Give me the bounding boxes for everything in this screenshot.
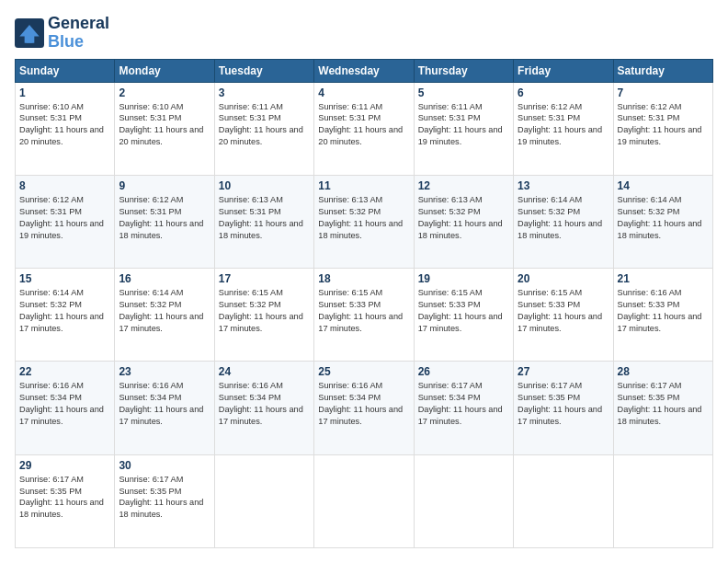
header-wednesday: Wednesday [314, 59, 414, 82]
header-monday: Monday [115, 59, 214, 82]
day-number: 14 [618, 179, 709, 192]
day-number: 10 [219, 179, 310, 192]
day-number: 19 [418, 272, 509, 285]
day-number: 25 [318, 365, 409, 378]
logo: General Blue [15, 15, 109, 52]
cell-info: Sunrise: 6:13 AMSunset: 5:31 PMDaylight:… [219, 194, 310, 242]
cell-info: Sunrise: 6:16 AMSunset: 5:34 PMDaylight:… [19, 380, 110, 428]
day-number: 24 [219, 365, 310, 378]
cell-info: Sunrise: 6:16 AMSunset: 5:33 PMDaylight:… [618, 287, 709, 335]
header-saturday: Saturday [613, 59, 712, 82]
cell-info: Sunrise: 6:15 AMSunset: 5:32 PMDaylight:… [219, 287, 310, 335]
calendar-cell: 7Sunrise: 6:12 AMSunset: 5:31 PMDaylight… [613, 82, 712, 175]
header: General Blue [15, 15, 713, 52]
calendar-cell [613, 454, 712, 547]
cell-info: Sunrise: 6:17 AMSunset: 5:34 PMDaylight:… [418, 380, 509, 428]
week-row-4: 22Sunrise: 6:16 AMSunset: 5:34 PMDayligh… [16, 362, 713, 454]
calendar-cell: 8Sunrise: 6:12 AMSunset: 5:31 PMDaylight… [16, 175, 115, 268]
calendar-cell: 20Sunrise: 6:15 AMSunset: 5:33 PMDayligh… [514, 269, 613, 362]
calendar-cell: 26Sunrise: 6:17 AMSunset: 5:34 PMDayligh… [414, 362, 513, 454]
calendar-cell [414, 454, 513, 547]
header-friday: Friday [514, 59, 613, 82]
calendar-cell: 10Sunrise: 6:13 AMSunset: 5:31 PMDayligh… [214, 175, 313, 268]
day-number: 1 [19, 86, 110, 99]
cell-info: Sunrise: 6:10 AMSunset: 5:31 PMDaylight:… [19, 101, 110, 149]
cell-info: Sunrise: 6:15 AMSunset: 5:33 PMDaylight:… [418, 287, 509, 335]
cell-info: Sunrise: 6:13 AMSunset: 5:32 PMDaylight:… [418, 194, 509, 242]
cell-info: Sunrise: 6:13 AMSunset: 5:32 PMDaylight:… [318, 194, 409, 242]
cell-info: Sunrise: 6:11 AMSunset: 5:31 PMDaylight:… [219, 101, 310, 149]
calendar-cell [514, 454, 613, 547]
day-number: 3 [219, 86, 310, 99]
cell-info: Sunrise: 6:14 AMSunset: 5:32 PMDaylight:… [518, 194, 609, 242]
calendar-cell: 29Sunrise: 6:17 AMSunset: 5:35 PMDayligh… [16, 454, 115, 547]
cell-info: Sunrise: 6:15 AMSunset: 5:33 PMDaylight:… [318, 287, 409, 335]
calendar-cell: 5Sunrise: 6:11 AMSunset: 5:31 PMDaylight… [414, 82, 513, 175]
cell-info: Sunrise: 6:16 AMSunset: 5:34 PMDaylight:… [318, 380, 409, 428]
cell-info: Sunrise: 6:17 AMSunset: 5:35 PMDaylight:… [618, 380, 709, 428]
cell-info: Sunrise: 6:16 AMSunset: 5:34 PMDaylight:… [219, 380, 310, 428]
calendar-cell: 16Sunrise: 6:14 AMSunset: 5:32 PMDayligh… [115, 269, 214, 362]
day-number: 16 [119, 272, 210, 285]
cell-info: Sunrise: 6:17 AMSunset: 5:35 PMDaylight:… [119, 474, 210, 522]
header-sunday: Sunday [16, 59, 115, 82]
logo-icon [15, 18, 44, 48]
calendar-cell: 6Sunrise: 6:12 AMSunset: 5:31 PMDaylight… [514, 82, 613, 175]
calendar-cell: 23Sunrise: 6:16 AMSunset: 5:34 PMDayligh… [115, 362, 214, 454]
calendar-cell: 15Sunrise: 6:14 AMSunset: 5:32 PMDayligh… [16, 269, 115, 362]
cell-info: Sunrise: 6:15 AMSunset: 5:33 PMDaylight:… [518, 287, 609, 335]
calendar-page: General Blue SundayMondayTuesdayWednesda… [0, 0, 728, 563]
calendar-cell: 9Sunrise: 6:12 AMSunset: 5:31 PMDaylight… [115, 175, 214, 268]
week-row-3: 15Sunrise: 6:14 AMSunset: 5:32 PMDayligh… [16, 269, 713, 362]
day-number: 6 [518, 86, 609, 99]
day-number: 26 [418, 365, 509, 378]
calendar-header-row: SundayMondayTuesdayWednesdayThursdayFrid… [16, 59, 713, 82]
week-row-1: 1Sunrise: 6:10 AMSunset: 5:31 PMDaylight… [16, 82, 713, 175]
day-number: 28 [618, 365, 709, 378]
calendar-cell: 22Sunrise: 6:16 AMSunset: 5:34 PMDayligh… [16, 362, 115, 454]
calendar-cell: 19Sunrise: 6:15 AMSunset: 5:33 PMDayligh… [414, 269, 513, 362]
calendar-cell: 25Sunrise: 6:16 AMSunset: 5:34 PMDayligh… [314, 362, 414, 454]
day-number: 27 [518, 365, 609, 378]
calendar-cell: 3Sunrise: 6:11 AMSunset: 5:31 PMDaylight… [214, 82, 313, 175]
cell-info: Sunrise: 6:12 AMSunset: 5:31 PMDaylight:… [19, 194, 110, 242]
calendar-cell: 4Sunrise: 6:11 AMSunset: 5:31 PMDaylight… [314, 82, 414, 175]
day-number: 22 [19, 365, 110, 378]
week-row-5: 29Sunrise: 6:17 AMSunset: 5:35 PMDayligh… [16, 454, 713, 547]
calendar-cell: 12Sunrise: 6:13 AMSunset: 5:32 PMDayligh… [414, 175, 513, 268]
calendar-cell: 13Sunrise: 6:14 AMSunset: 5:32 PMDayligh… [514, 175, 613, 268]
day-number: 11 [318, 179, 409, 192]
day-number: 20 [518, 272, 609, 285]
cell-info: Sunrise: 6:14 AMSunset: 5:32 PMDaylight:… [618, 194, 709, 242]
calendar-cell [314, 454, 414, 547]
calendar-cell: 30Sunrise: 6:17 AMSunset: 5:35 PMDayligh… [115, 454, 214, 547]
calendar-cell: 28Sunrise: 6:17 AMSunset: 5:35 PMDayligh… [613, 362, 712, 454]
calendar-cell: 11Sunrise: 6:13 AMSunset: 5:32 PMDayligh… [314, 175, 414, 268]
cell-info: Sunrise: 6:11 AMSunset: 5:31 PMDaylight:… [418, 101, 509, 149]
logo-text: General Blue [48, 15, 109, 52]
calendar-cell: 18Sunrise: 6:15 AMSunset: 5:33 PMDayligh… [314, 269, 414, 362]
cell-info: Sunrise: 6:16 AMSunset: 5:34 PMDaylight:… [119, 380, 210, 428]
header-thursday: Thursday [414, 59, 513, 82]
cell-info: Sunrise: 6:12 AMSunset: 5:31 PMDaylight:… [618, 101, 709, 149]
cell-info: Sunrise: 6:12 AMSunset: 5:31 PMDaylight:… [119, 194, 210, 242]
day-number: 17 [219, 272, 310, 285]
day-number: 18 [318, 272, 409, 285]
cell-info: Sunrise: 6:11 AMSunset: 5:31 PMDaylight:… [318, 101, 409, 149]
cell-info: Sunrise: 6:17 AMSunset: 5:35 PMDaylight:… [19, 474, 110, 522]
header-tuesday: Tuesday [214, 59, 313, 82]
cell-info: Sunrise: 6:14 AMSunset: 5:32 PMDaylight:… [19, 287, 110, 335]
svg-rect-2 [26, 36, 32, 42]
calendar-cell: 21Sunrise: 6:16 AMSunset: 5:33 PMDayligh… [613, 269, 712, 362]
day-number: 4 [318, 86, 409, 99]
calendar-body: 1Sunrise: 6:10 AMSunset: 5:31 PMDaylight… [16, 82, 713, 547]
calendar-cell: 1Sunrise: 6:10 AMSunset: 5:31 PMDaylight… [16, 82, 115, 175]
day-number: 15 [19, 272, 110, 285]
cell-info: Sunrise: 6:12 AMSunset: 5:31 PMDaylight:… [518, 101, 609, 149]
day-number: 23 [119, 365, 210, 378]
cell-info: Sunrise: 6:17 AMSunset: 5:35 PMDaylight:… [518, 380, 609, 428]
calendar-cell: 27Sunrise: 6:17 AMSunset: 5:35 PMDayligh… [514, 362, 613, 454]
day-number: 13 [518, 179, 609, 192]
calendar-table: SundayMondayTuesdayWednesdayThursdayFrid… [15, 59, 713, 548]
day-number: 30 [119, 459, 210, 472]
